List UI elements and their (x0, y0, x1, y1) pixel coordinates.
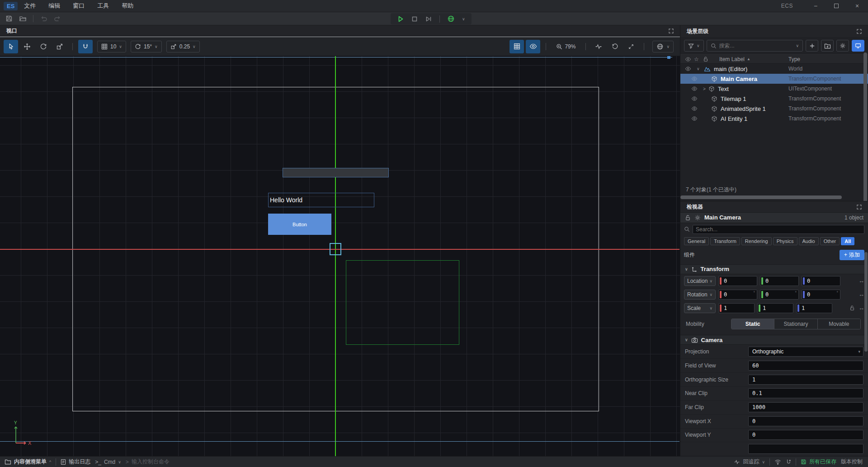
collapse-chevron-icon[interactable]: ∨ (697, 67, 704, 71)
rotation-z-input[interactable] (805, 291, 828, 298)
hierarchy-vscrollbar[interactable] (863, 52, 867, 220)
audio-jack-icon[interactable] (786, 459, 791, 465)
menu-file[interactable]: 文件 (24, 2, 36, 10)
link-values-icon[interactable]: ↔ (859, 305, 864, 311)
play-button[interactable] (397, 15, 404, 23)
scale-snap-dropdown[interactable]: 0.25 ∨ (166, 41, 200, 52)
projection-select[interactable]: ▾ (748, 347, 863, 357)
scale-z-input[interactable] (799, 305, 823, 311)
grid-snap-dropdown[interactable]: 10 ∨ (97, 41, 126, 52)
tab-rendering[interactable]: Rendering (741, 237, 772, 245)
rotation-dropdown[interactable]: Rotation∨ (684, 290, 716, 300)
rotate-snap-dropdown[interactable]: 15° ∨ (131, 41, 162, 52)
eye-icon[interactable] (691, 96, 699, 101)
selection-gizmo[interactable] (330, 243, 341, 255)
hierarchy-row-text[interactable]: > Text UITextComponent (680, 84, 868, 94)
rotate-tool-button[interactable] (36, 40, 51, 53)
show-gizmos-button[interactable] (526, 40, 540, 53)
add-folder-button[interactable] (821, 40, 834, 52)
hierarchy-settings-button[interactable] (836, 40, 849, 52)
hierarchy-row-ai-entity[interactable]: AI Entity 1 TransformComponent (680, 114, 868, 124)
clipped-input[interactable] (748, 444, 863, 454)
inspector-search-input[interactable] (696, 226, 861, 233)
eye-icon[interactable] (685, 66, 693, 71)
inspector-vscrollbar[interactable] (864, 252, 868, 352)
add-entity-button[interactable] (806, 40, 818, 52)
hierarchy-search[interactable]: ∨ (707, 40, 803, 52)
menu-help[interactable]: 帮助 (122, 2, 133, 10)
output-log-button[interactable]: 输出日志 (61, 458, 90, 466)
viewport-y-input[interactable] (748, 430, 863, 440)
visibility-column-icon[interactable] (685, 57, 694, 62)
minimize-button[interactable]: − (811, 2, 820, 10)
transform-section-header[interactable]: ∨ Transform (680, 264, 868, 274)
globe-run-target-icon[interactable] (447, 15, 455, 23)
viewport-expand-icon[interactable] (669, 29, 674, 33)
open-folder-icon[interactable] (19, 15, 27, 22)
stop-button[interactable] (411, 16, 418, 22)
hierarchy-row-tilemap[interactable]: Tilemap 1 TransformComponent (680, 94, 868, 104)
hierarchy-row-main-camera[interactable]: Main Camera TransformComponent (680, 74, 868, 84)
scale-x-input[interactable] (722, 305, 745, 311)
add-component-button[interactable]: +添加 (840, 250, 864, 260)
link-values-icon[interactable]: ↔ (859, 291, 864, 298)
eye-icon[interactable] (691, 76, 699, 81)
location-x-input[interactable] (722, 278, 745, 284)
rotation-y-input[interactable] (763, 291, 787, 298)
unlock-uniform-scale-icon[interactable] (849, 305, 855, 311)
tab-physics[interactable]: Physics (773, 237, 797, 245)
scale-y-input[interactable] (760, 305, 784, 311)
guide-handle[interactable] (667, 56, 670, 59)
orthographic-size-input[interactable] (748, 375, 863, 385)
panel-entity[interactable] (283, 168, 389, 177)
scale-tool-button[interactable] (52, 40, 67, 53)
tab-transform[interactable]: Transform (710, 237, 740, 245)
network-icon[interactable] (774, 459, 781, 465)
tab-audio[interactable]: Audio (799, 237, 819, 245)
field-of-view-input[interactable] (748, 361, 863, 371)
hierarchy-search-input[interactable] (719, 43, 793, 49)
stats-button[interactable] (591, 40, 606, 53)
far-clip-input[interactable] (748, 402, 863, 412)
maximize-button[interactable] (832, 2, 841, 10)
link-values-icon[interactable]: ↔ (859, 277, 864, 284)
zoom-level[interactable]: 79% (556, 43, 576, 50)
col-type-label[interactable]: Type (788, 56, 863, 62)
step-button[interactable] (425, 15, 432, 23)
redo-icon[interactable] (54, 15, 61, 22)
tab-all[interactable]: All (841, 237, 854, 245)
expand-chevron-icon[interactable]: > (703, 86, 708, 91)
viewport-x-input[interactable] (748, 416, 863, 426)
fullscreen-button[interactable] (624, 40, 638, 53)
location-y-input[interactable] (763, 278, 787, 284)
retrace-dropdown[interactable]: 回追踪 ∨ (734, 458, 765, 466)
inspector-expand-icon[interactable] (857, 205, 862, 210)
text-entity[interactable]: Hello World (268, 193, 374, 207)
location-dropdown[interactable]: Location∨ (684, 276, 716, 286)
lock-column-icon[interactable] (703, 56, 714, 62)
mobility-movable[interactable]: Movable (818, 319, 860, 329)
console-command-field[interactable]: > 输入控制台命令 (126, 458, 170, 466)
hierarchy-expand-icon[interactable] (857, 29, 862, 34)
button-entity[interactable]: Button (268, 214, 331, 235)
version-control-button[interactable]: 版本控制 (841, 458, 863, 466)
tab-general[interactable]: General (684, 237, 709, 245)
filter-dropdown[interactable]: ∨ (684, 40, 704, 52)
content-drawer-button[interactable]: 内容侧滑菜单 ^ (5, 458, 51, 466)
mobility-stationary[interactable]: Stationary (774, 319, 817, 329)
hierarchy-row-world[interactable]: ∨ main (Editor) World (680, 64, 868, 74)
save-icon[interactable] (5, 15, 13, 22)
hierarchy-view-button[interactable] (852, 40, 864, 52)
camera-section-header[interactable]: ∨ Camera (680, 335, 868, 345)
show-grid-button[interactable] (509, 40, 524, 53)
snap-tool-button[interactable] (78, 40, 93, 53)
menu-edit[interactable]: 编辑 (48, 2, 60, 10)
move-tool-button[interactable] (20, 40, 34, 53)
reset-view-button[interactable] (608, 40, 622, 53)
mobility-static[interactable]: Static (731, 319, 774, 329)
tab-other[interactable]: Other (820, 237, 840, 245)
hierarchy-hscrollbar[interactable] (680, 195, 868, 199)
col-item-label[interactable]: Item Label (719, 56, 745, 62)
eye-icon[interactable] (691, 86, 699, 91)
rotation-x-input[interactable] (722, 291, 745, 298)
